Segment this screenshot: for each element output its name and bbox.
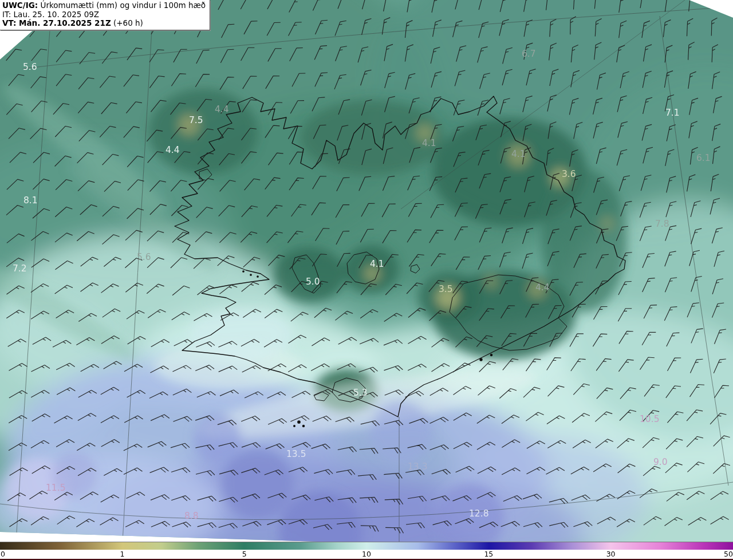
precip-value-label: 13.3: [408, 462, 428, 472]
precip-value-label: 6.7: [522, 49, 536, 59]
colorbar-tick-labels: 0 1 5 10 15 30 50: [0, 550, 733, 559]
precipitation-field-layer: 5.66.77.16.14.47.54.44.14.13.68.17.87.25…: [0, 0, 733, 542]
precip-value-label: 4.1: [422, 138, 436, 148]
precip-value-label: 4.1: [511, 149, 526, 159]
precip-value-label: 7.5: [189, 115, 203, 125]
precip-value-label: 5.0: [306, 277, 320, 287]
field-description: Úrkomumætti (mm) og vindur i 100m hæð: [38, 1, 206, 10]
precip-value-label: 11.5: [46, 483, 66, 493]
precip-value-label: 4.4: [535, 282, 550, 293]
valid-time: VT: Mán. 27.10.2025 21Z: [2, 18, 111, 27]
precip-value-label: 7.8: [655, 219, 669, 229]
precip-value-label: 9.0: [653, 457, 668, 467]
colorbar-tick: 15: [484, 550, 493, 558]
precipitation-wind-map: 5.66.77.16.14.47.54.44.14.13.68.17.87.25…: [0, 0, 733, 542]
precip-value-label: 8.1: [23, 195, 38, 206]
colorbar-gradient: [0, 542, 733, 550]
colorbar-tick: 50: [724, 550, 733, 558]
precip-value-label: 5.3: [353, 388, 368, 398]
title-line-valid: VT: Mán. 27.10.2025 21Z (+60 h): [2, 19, 206, 28]
valid-offset: (+60 h): [111, 18, 143, 27]
model-name: UWC/IG:: [2, 1, 38, 10]
colorbar-tick: 1: [120, 550, 124, 558]
precip-value-label: 7.1: [665, 108, 680, 118]
precip-value-label: 6.1: [696, 153, 711, 163]
precip-value-label: 13.5: [286, 449, 306, 459]
precip-value-label: 5.6: [23, 62, 37, 72]
precip-value-label: 10.5: [640, 414, 660, 424]
precip-value-label: 4.4: [165, 145, 180, 155]
title-line-field: UWC/IG: Úrkomumætti (mm) og vindur i 100…: [2, 1, 206, 10]
title-line-init: IT: Lau. 25. 10. 2025 09Z: [2, 10, 206, 19]
precip-value-label: 4.4: [215, 104, 229, 115]
colorbar-tick: 10: [362, 550, 371, 558]
chart-title-box: UWC/IG: Úrkomumætti (mm) og vindur i 100…: [0, 0, 210, 30]
colorbar-tick: 5: [242, 550, 247, 558]
precip-value-label: 12.8: [469, 508, 489, 519]
colorbar-tick: 30: [606, 550, 616, 558]
colorbar-legend: 0 1 5 10 15 30 50: [0, 542, 733, 560]
colorbar-tick: 0: [1, 550, 5, 558]
precip-value-label: 7.2: [13, 263, 27, 274]
precip-value-label: 4.1: [370, 259, 384, 269]
weather-chart-page: 5.66.77.16.14.47.54.44.14.13.68.17.87.25…: [0, 0, 733, 560]
precip-value-label: 8.8: [184, 511, 199, 521]
precip-value-label: 5.6: [137, 252, 151, 262]
precip-value-label: 3.6: [562, 169, 576, 179]
precip-value-label: 3.5: [439, 284, 453, 294]
